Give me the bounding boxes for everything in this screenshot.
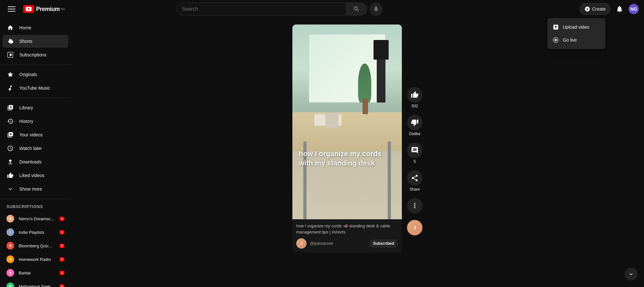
upload-video-item[interactable]: Upload video [547,21,605,34]
more-icon [411,202,419,210]
svg-point-0 [555,39,557,41]
more-circle [407,198,422,213]
sidebar-item-library[interactable]: Library [3,101,68,114]
sidebar: Home Shorts Subscriptions Originals [0,18,71,287]
more-action[interactable] [407,198,422,213]
channel-avatar[interactable]: J [296,238,307,249]
notifications-button[interactable] [613,3,626,15]
search-bar [176,3,346,15]
sidebar-item-show-more-library[interactable]: Show more [3,183,68,195]
mic-icon [373,6,379,12]
sidebar-label-history: History [19,119,64,124]
sidebar-label-originals: Originals [19,72,64,77]
sidebar-item-mellowbeat[interactable]: M Mellowbeat Seek... N [3,280,68,287]
sidebar-label-liked-videos: Liked videos [19,173,64,178]
video-title-line2: with my standing desk [299,159,375,167]
home-icon [6,25,14,31]
search-button[interactable] [346,3,367,15]
go-live-item[interactable]: Go live [547,34,605,46]
subscriptions-icon [6,52,14,58]
share-icon [411,174,419,182]
shorts-actions-column: 502 Dislike 5 Share [407,87,422,281]
mic-button[interactable] [370,3,383,15]
sidebar-item-your-videos[interactable]: Your videos [3,128,68,141]
sidebar-item-nemo[interactable]: N Nemo's Dreamsc... N [3,212,68,225]
sidebar-item-watch-later[interactable]: Watch later [3,142,68,155]
video-description: how I organize my cords 🪱 standing desk … [296,223,398,235]
subscriptions-section: Subscriptions N Nemo's Dreamsc... N I In… [0,199,71,287]
scroll-indicator[interactable] [625,268,638,281]
channel-name[interactable]: @julesacree [310,241,366,246]
your-videos-icon [6,132,14,138]
shorts-video-column: how I organize my cords with my standing… [292,25,402,252]
sidebar-section-main: Home Shorts Subscriptions [0,18,71,65]
indie-avatar: I [6,228,14,236]
like-action[interactable]: 502 [407,87,422,108]
sidebar-item-downloads[interactable]: Downloads [3,155,68,168]
create-dropdown: Upload video Go live [547,18,605,49]
go-live-label: Go live [563,37,577,43]
youtube-logo [23,5,34,13]
dislike-circle [407,115,422,130]
sidebar-item-originals[interactable]: Originals [3,68,68,81]
subscriptions-header: Subscriptions [0,199,71,212]
video-title-overlay: how I organize my cords with my standing… [299,149,395,168]
dislike-label: Dislike [409,132,420,136]
desk-background [292,25,402,219]
homework-badge: N [60,257,64,262]
mellowbeat-name: Mellowbeat Seek... [19,284,55,287]
video-thumbnail: how I organize my cords with my standing… [292,25,402,219]
channel-action-avatar[interactable]: J [407,220,422,235]
subscribe-button[interactable]: Subscribed [369,239,398,248]
bloomberg-avatar: B [6,242,14,250]
dislike-action[interactable]: Dislike [407,115,422,136]
share-label: Share [410,187,420,192]
sidebar-item-youtube-music[interactable]: YouTube Music [3,82,68,94]
sidebar-item-history[interactable]: History [3,115,68,128]
homework-avatar: H [6,255,14,263]
music-icon [6,85,14,91]
sidebar-label-shorts: Shorts [19,39,64,44]
sidebar-label-your-videos: Your videos [19,132,64,137]
sidebar-label-youtube-music: YouTube Music [19,85,64,91]
main-content: how I organize my cords with my standing… [71,18,644,287]
sidebar-item-barbie[interactable]: B Barbie N [3,266,68,279]
video-channel-row: J @julesacree Subscribed [296,238,398,249]
sidebar-item-subscriptions[interactable]: Subscriptions [3,48,68,61]
header-right: Create NG [580,3,639,15]
bloomberg-badge: N [60,244,64,248]
create-button[interactable]: Create [580,3,611,15]
avatar[interactable]: NG [629,4,639,14]
logo-text: Premium [36,6,60,13]
sidebar-item-shorts[interactable]: Shorts [3,35,68,48]
sidebar-label-library: Library [19,105,64,110]
camera [374,40,389,59]
liked-videos-icon [6,172,14,179]
logo-area[interactable]: PremiumNG [23,5,65,13]
mellowbeat-badge: N [60,284,64,287]
hamburger-button[interactable] [5,3,18,15]
header-left: PremiumNG [5,3,76,15]
nemo-badge: N [60,217,64,221]
sidebar-item-liked-videos[interactable]: Liked videos [3,169,68,182]
comment-icon [411,146,419,154]
nemo-name: Nemo's Dreamsc... [19,216,55,221]
library-icon [6,104,14,111]
sidebar-item-home[interactable]: Home [3,21,68,34]
comments-action[interactable]: 5 [407,143,422,164]
sidebar-item-indie-playlists[interactable]: I Indie Playlists N [3,226,68,239]
sidebar-item-homework[interactable]: H Homework Radio N [3,253,68,266]
bell-icon [616,5,623,13]
scroll-down-icon [628,271,634,277]
indie-name: Indie Playlists [19,230,55,235]
shorts-video-card-1: how I organize my cords with my standing… [292,25,402,252]
search-icon [353,6,360,12]
watch-later-icon [6,145,14,152]
search-input[interactable] [182,6,341,12]
sidebar-label-subscriptions: Subscriptions [19,52,64,57]
share-action[interactable]: Share [407,170,422,192]
create-label: Create [592,6,606,12]
sidebar-section-premium: Originals YouTube Music [0,65,71,98]
sidebar-item-bloomberg[interactable]: B Bloomberg Quic... N [3,239,68,252]
video-title-line1: how I organize my cords [299,150,382,158]
